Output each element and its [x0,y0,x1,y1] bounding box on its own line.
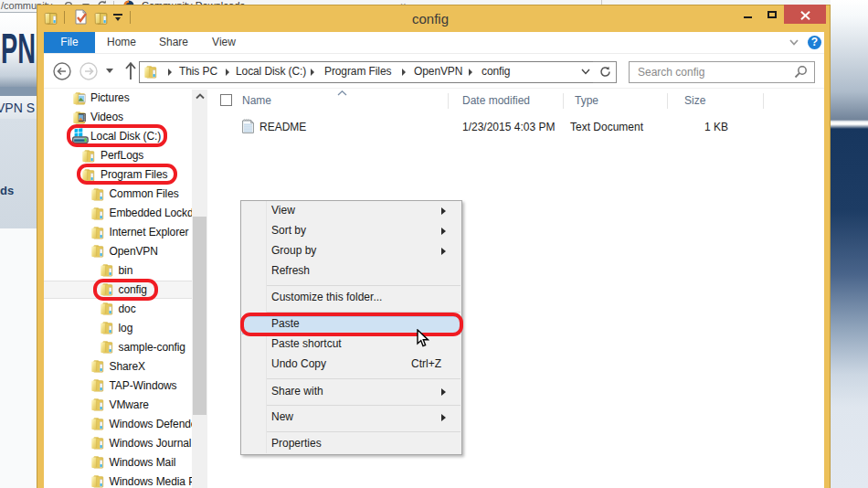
svg-text:PN: PN [1,26,36,68]
